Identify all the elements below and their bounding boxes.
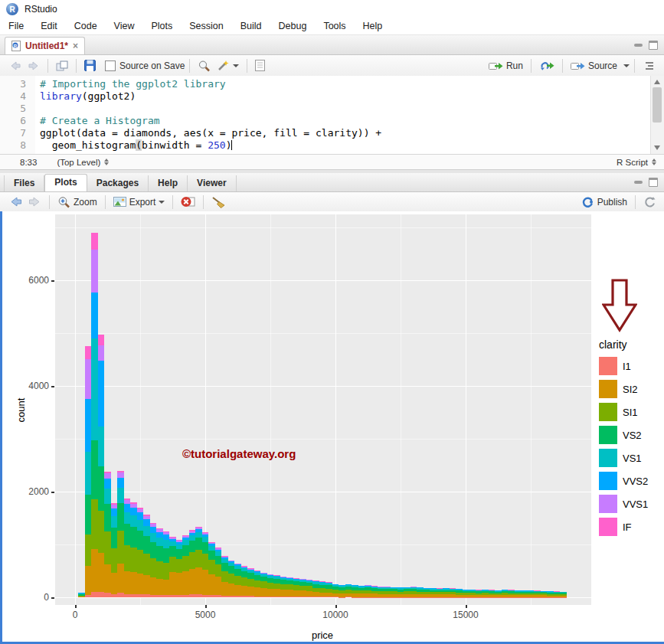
plots-tabstrip: FilesPlotsPackagesHelpViewer xyxy=(0,173,664,192)
code-area[interactable]: # Importing the ggplot2 librarylibrary(g… xyxy=(35,76,664,154)
menu-item-build[interactable]: Build xyxy=(232,18,270,34)
forward-icon[interactable] xyxy=(25,60,43,72)
menu-bar: FileEditCodeViewPlotsSessionBuildDebugTo… xyxy=(0,18,664,35)
bar-segment-si1 xyxy=(267,583,274,589)
bar-segment-si2 xyxy=(111,573,118,594)
histogram-bar xyxy=(560,592,567,597)
histogram-bar xyxy=(104,472,111,597)
bar-segment-i1 xyxy=(189,594,196,597)
tab-plots[interactable]: Plots xyxy=(44,174,87,191)
document-outline-icon[interactable] xyxy=(639,60,658,72)
bar-segment-vvs2 xyxy=(130,508,137,515)
menu-item-edit[interactable]: Edit xyxy=(32,18,66,34)
bar-segment-si2 xyxy=(202,570,209,594)
scroll-up-icon[interactable] xyxy=(654,80,660,84)
back-icon[interactable] xyxy=(6,60,25,72)
menu-item-code[interactable]: Code xyxy=(66,18,106,34)
menu-item-session[interactable]: Session xyxy=(181,18,231,34)
source-button[interactable]: Source xyxy=(568,59,620,73)
source-pane: R Untitled1* × Source on Save xyxy=(0,35,664,170)
image-icon xyxy=(113,197,126,207)
histogram-bar xyxy=(508,590,515,597)
line-number: 8 xyxy=(0,139,35,152)
bar-segment-si1 xyxy=(254,580,261,587)
bar-segment-vs1 xyxy=(195,532,202,538)
major-gridline xyxy=(75,214,76,605)
menu-item-debug[interactable]: Debug xyxy=(270,18,316,34)
bar-segment-vs2 xyxy=(221,563,228,571)
previous-plot-icon[interactable] xyxy=(6,195,25,208)
bar-segment-si2 xyxy=(176,573,183,595)
menu-item-view[interactable]: View xyxy=(106,18,143,34)
bar-segment-si1 xyxy=(156,561,163,580)
minimize-pane-icon[interactable] xyxy=(634,44,643,47)
save-icon[interactable] xyxy=(81,58,99,73)
legend-label: VVS2 xyxy=(623,476,648,487)
tab-untitled1[interactable]: R Untitled1* × xyxy=(5,37,85,54)
bar-segment-si2 xyxy=(234,585,241,597)
maximize-pane-icon[interactable] xyxy=(649,178,658,187)
scroll-down-icon[interactable] xyxy=(654,145,660,150)
zoom-plot-button[interactable]: Zoom xyxy=(54,195,100,210)
tab-viewer[interactable]: Viewer xyxy=(188,175,236,191)
code-editor[interactable]: 3456789 # Importing the ggplot2 libraryl… xyxy=(0,76,664,154)
export-plot-button[interactable]: Export xyxy=(110,195,168,209)
bar-segment-i1 xyxy=(260,597,267,597)
bar-segment-si1 xyxy=(150,558,157,577)
minor-gridline xyxy=(401,214,401,605)
tab-packages[interactable]: Packages xyxy=(87,175,149,191)
bar-segment-si2 xyxy=(78,597,85,597)
menu-item-tools[interactable]: Tools xyxy=(315,18,354,34)
y-tick-label: 6000 xyxy=(18,275,49,286)
rerun-icon[interactable] xyxy=(536,59,558,72)
show-in-new-window-icon[interactable] xyxy=(53,59,71,73)
close-icon[interactable]: × xyxy=(73,41,78,51)
compile-report-icon[interactable] xyxy=(252,58,269,73)
minimize-pane-icon[interactable] xyxy=(634,181,643,184)
source-menu-caret-icon[interactable] xyxy=(623,64,630,67)
bar-segment-i1 xyxy=(182,595,189,597)
maximize-pane-icon[interactable] xyxy=(649,41,658,50)
histogram-bar xyxy=(528,590,535,597)
x-tick-label: 0 xyxy=(52,610,98,620)
clear-plots-broom-icon[interactable] xyxy=(208,195,229,210)
next-plot-icon[interactable] xyxy=(25,195,44,208)
search-icon[interactable] xyxy=(195,58,214,74)
publish-label: Publish xyxy=(597,197,627,208)
bar-segment-if xyxy=(98,335,105,345)
scrollbar-thumb[interactable] xyxy=(653,87,662,123)
histogram-bar xyxy=(495,590,502,597)
x-tick xyxy=(205,605,207,608)
bar-segment-si2 xyxy=(117,564,124,593)
bar-segment-si1 xyxy=(137,550,144,573)
bar-segment-si1 xyxy=(215,564,222,577)
histogram-bar xyxy=(437,588,443,597)
editor-scrollbar[interactable] xyxy=(650,76,664,154)
legend: clarity I1SI2SI1VS2VS1VVS2VVS1IF xyxy=(599,338,648,541)
bar-segment-i1 xyxy=(163,595,170,597)
bar-segment-vs2 xyxy=(169,546,176,557)
y-tick-label: 2000 xyxy=(18,486,49,497)
bar-segment-si1 xyxy=(293,585,300,590)
menu-item-file[interactable]: File xyxy=(0,18,32,34)
source-on-save-checkbox[interactable] xyxy=(105,60,116,71)
bar-segment-i1 xyxy=(293,597,300,597)
publish-button[interactable]: Publish xyxy=(578,195,630,210)
refresh-plot-icon[interactable] xyxy=(640,195,659,210)
histogram-bar xyxy=(417,587,424,597)
histogram-bar xyxy=(143,515,150,597)
x-tick-label: 5000 xyxy=(182,610,228,620)
file-type-selector[interactable]: R Script xyxy=(617,158,656,167)
tab-help[interactable]: Help xyxy=(149,175,188,191)
tab-files[interactable]: Files xyxy=(4,175,44,191)
menu-item-plots[interactable]: Plots xyxy=(142,18,181,34)
remove-plot-icon[interactable] xyxy=(178,195,198,209)
code-line: geom_histogram(binwidth = 250) xyxy=(40,139,664,152)
code-tools-icon[interactable] xyxy=(214,58,242,74)
bar-segment-si2 xyxy=(163,580,170,595)
scope-selector[interactable]: (Top Level) xyxy=(57,158,109,167)
menu-item-help[interactable]: Help xyxy=(355,18,391,34)
run-button[interactable]: Run xyxy=(486,59,526,73)
text-caret xyxy=(231,140,232,150)
bar-segment-i1 xyxy=(234,596,241,597)
